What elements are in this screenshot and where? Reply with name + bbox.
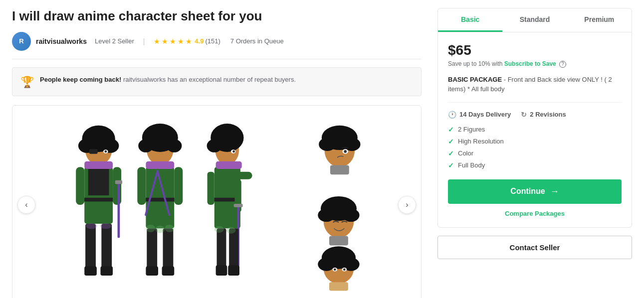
svg-rect-2 xyxy=(88,167,109,195)
star-4: ★ xyxy=(178,37,184,45)
svg-rect-6 xyxy=(118,181,120,238)
svg-rect-45 xyxy=(234,204,243,207)
page-title: I will draw anime character sheet for yo… xyxy=(12,8,422,25)
delivery-days: 🕐 14 Days Delivery xyxy=(448,111,511,119)
banner-bold: People keep coming back! xyxy=(40,76,121,83)
banner-desc: raitvisualworks has an exceptional numbe… xyxy=(123,76,296,83)
feature-fullbody: ✓ Full Body xyxy=(448,161,622,169)
svg-rect-49 xyxy=(216,265,227,276)
rating-stars: ★ ★ ★ ★ ★ 4.9 (151) xyxy=(154,37,220,45)
save-text: Save up to 10% with xyxy=(448,60,502,67)
seller-info-row: R raitvisualworks Level 2 Seller | ★ ★ ★… xyxy=(12,32,422,59)
gallery-next-button[interactable]: › xyxy=(398,196,416,214)
svg-rect-50 xyxy=(228,265,239,276)
svg-point-68 xyxy=(318,208,335,222)
svg-rect-3 xyxy=(83,198,114,202)
package-description: BASIC PACKAGE - Front and Back side view… xyxy=(448,75,622,103)
delivery-row: 🕐 14 Days Delivery ↻ 2 Revisions xyxy=(448,111,622,119)
revisions: ↻ 2 Revisions xyxy=(521,111,566,119)
svg-rect-29 xyxy=(163,228,174,271)
question-icon[interactable]: ? xyxy=(559,61,566,68)
chevron-right-icon: › xyxy=(406,200,408,209)
continue-label: Continue xyxy=(510,187,545,196)
compare-packages-link[interactable]: Compare Packages xyxy=(448,210,622,217)
contact-seller-button[interactable]: Contact Seller xyxy=(437,236,632,259)
svg-rect-16 xyxy=(89,149,98,153)
orders-queue: 7 Orders in Queue xyxy=(230,37,284,45)
star-1: ★ xyxy=(154,37,160,45)
feature-color: ✓ Color xyxy=(448,149,622,157)
svg-rect-28 xyxy=(147,228,157,271)
arrow-right-icon: → xyxy=(550,186,559,197)
svg-point-76 xyxy=(334,268,336,271)
continue-button[interactable]: Continue → xyxy=(448,179,622,204)
review-count: (151) xyxy=(205,37,220,45)
chevron-left-icon: ‹ xyxy=(25,200,27,209)
check-icon-2: ✓ xyxy=(448,138,454,146)
avatar: R xyxy=(12,32,31,51)
svg-rect-19 xyxy=(84,161,113,169)
divider: | xyxy=(143,37,145,45)
package-tabs: Basic Standard Premium xyxy=(438,8,632,32)
svg-rect-56 xyxy=(216,161,242,169)
package-price: $65 xyxy=(448,42,622,58)
star-2: ★ xyxy=(162,37,168,45)
svg-rect-42 xyxy=(233,171,252,179)
seller-name[interactable]: raitvisualworks xyxy=(36,37,87,45)
svg-point-37 xyxy=(146,225,155,232)
features-list: ✓ 2 Figures ✓ High Resolution ✓ Color ✓ … xyxy=(448,126,622,169)
seller-level: Level 2 Seller xyxy=(95,37,134,45)
svg-rect-8 xyxy=(85,224,96,271)
svg-rect-10 xyxy=(84,266,97,276)
svg-rect-9 xyxy=(101,224,112,271)
feature-figures: ✓ 2 Figures xyxy=(448,126,622,134)
svg-point-20 xyxy=(86,223,97,229)
svg-rect-79 xyxy=(329,282,348,291)
check-icon-3: ✓ xyxy=(448,149,454,157)
check-icon-4: ✓ xyxy=(448,161,454,169)
package-label: BASIC PACKAGE xyxy=(448,76,502,83)
tab-basic[interactable]: Basic xyxy=(438,8,502,32)
tab-premium[interactable]: Premium xyxy=(567,8,632,32)
svg-point-18 xyxy=(105,150,107,152)
svg-rect-7 xyxy=(115,180,122,184)
svg-point-78 xyxy=(343,268,346,271)
svg-rect-5 xyxy=(113,167,121,205)
feature-label-2: High Resolution xyxy=(458,138,504,145)
svg-rect-48 xyxy=(229,228,238,271)
svg-point-39 xyxy=(165,225,174,232)
tab-standard[interactable]: Standard xyxy=(502,8,567,32)
svg-point-35 xyxy=(167,139,182,152)
save-row: Save up to 10% with Subscribe to Save ? xyxy=(448,60,622,68)
repeat-buyers-banner: 🏆 People keep coming back! raitvisualwor… xyxy=(12,67,422,96)
banner-text: People keep coming back! raitvisualworks… xyxy=(40,75,296,85)
svg-point-61 xyxy=(319,138,336,151)
check-icon-1: ✓ xyxy=(448,126,454,134)
svg-point-55 xyxy=(232,150,235,152)
svg-point-57 xyxy=(215,226,224,232)
svg-point-62 xyxy=(343,138,360,151)
svg-point-21 xyxy=(100,223,112,229)
svg-rect-11 xyxy=(100,266,113,276)
revisions-label: 2 Revisions xyxy=(530,111,566,118)
character-illustration xyxy=(12,115,421,295)
svg-point-38 xyxy=(155,225,165,233)
svg-point-53 xyxy=(207,139,222,152)
package-body: $65 Save up to 10% with Subscribe to Sav… xyxy=(438,32,632,227)
gallery-prev-button[interactable]: ‹ xyxy=(17,196,35,214)
image-gallery: ‹ xyxy=(12,105,422,298)
package-panel: Basic Standard Premium $65 Save up to 10… xyxy=(437,8,632,298)
svg-rect-70 xyxy=(329,236,348,245)
trophy-icon: 🏆 xyxy=(20,76,34,89)
subscribe-to-save-link[interactable]: Subscribe to Save xyxy=(504,60,556,67)
svg-rect-46 xyxy=(208,171,215,204)
svg-point-69 xyxy=(343,208,360,222)
rating-value: 4.9 xyxy=(195,37,204,45)
svg-rect-30 xyxy=(146,266,158,276)
feature-label-4: Full Body xyxy=(458,161,485,169)
svg-rect-24 xyxy=(137,167,146,205)
svg-point-58 xyxy=(226,227,235,233)
star-5: ★ xyxy=(186,37,192,45)
svg-rect-25 xyxy=(174,167,183,205)
svg-point-64 xyxy=(344,150,347,153)
